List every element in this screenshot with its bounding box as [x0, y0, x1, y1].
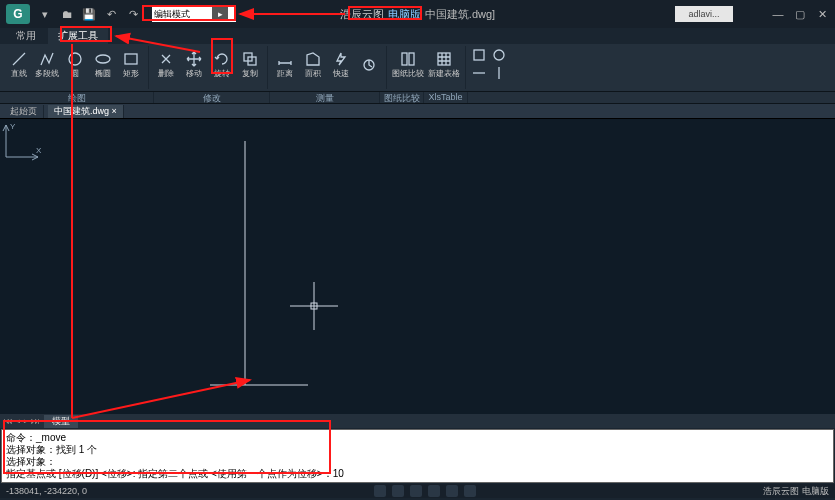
line-button[interactable]: 直线	[6, 46, 32, 84]
rotate-button[interactable]: 旋转	[209, 46, 235, 84]
snap-toggle[interactable]	[374, 485, 386, 497]
close-icon[interactable]: ✕	[815, 7, 829, 21]
status-center	[374, 485, 476, 497]
qat-menu-icon[interactable]: ▾	[38, 7, 52, 21]
cmd-line-4: 指定基点或 [位移(D)] <位移>: 指定第二个点或 <使用第一个点作为位移>…	[6, 468, 829, 480]
restore-icon[interactable]: ▢	[793, 7, 807, 21]
tab-common[interactable]: 常用	[6, 28, 46, 44]
undo-icon[interactable]: ↶	[104, 7, 118, 21]
circle-label: 圆	[71, 68, 79, 79]
misc-btn-1[interactable]	[470, 46, 488, 64]
title-bar: G ▾ 🖿 💾 ↶ ↷ ▸ 浩辰云图 电脑版 中国建筑.dwg] adlavi.…	[0, 0, 835, 28]
redo-icon[interactable]: ↷	[126, 7, 140, 21]
command-window[interactable]: 命令：_move 选择对象：找到 1 个 选择对象： 指定基点或 [位移(D)]…	[1, 429, 834, 483]
line-label: 直线	[11, 68, 27, 79]
layout-nav[interactable]: ⏮ ◀ ▶ ⏭	[4, 416, 40, 426]
quick-label: 快速	[333, 68, 349, 79]
svg-rect-7	[409, 53, 414, 65]
lbl-measure: 测量	[270, 92, 380, 103]
mode-search-input[interactable]	[152, 8, 212, 20]
newtable-button[interactable]: 新建表格	[427, 46, 461, 84]
newtable-label: 新建表格	[428, 68, 460, 79]
model-tab[interactable]: 模型	[44, 415, 78, 428]
lbl-modify: 修改	[154, 92, 270, 103]
misc-btn-3[interactable]	[470, 64, 488, 82]
rotate-label: 旋转	[214, 68, 230, 79]
circle-button[interactable]: 圆	[62, 46, 88, 84]
layout-tabs: ⏮ ◀ ▶ ⏭ 模型	[0, 414, 835, 428]
distance-label: 距离	[277, 68, 293, 79]
measure-misc1[interactable]	[356, 46, 382, 84]
misc-btn-4[interactable]	[490, 64, 508, 82]
ribbon-tabs: 常用 扩展工具	[0, 28, 835, 44]
group-tables: 图纸比较 新建表格	[391, 46, 466, 89]
svg-point-0	[69, 53, 81, 65]
minimize-icon[interactable]: —	[771, 7, 785, 21]
user-badge[interactable]: adlavi...	[675, 6, 733, 22]
polyline-label: 多段线	[35, 68, 59, 79]
distance-button[interactable]: 距离	[272, 46, 298, 84]
ortho-toggle[interactable]	[410, 485, 422, 497]
copy-button[interactable]: 复制	[237, 46, 263, 84]
ellipse-label: 椭圆	[95, 68, 111, 79]
svg-rect-9	[474, 50, 484, 60]
status-right: 浩辰云图 电脑版	[763, 485, 829, 498]
misc-btn-2[interactable]	[490, 46, 508, 64]
otrack-toggle[interactable]	[464, 485, 476, 497]
document-tabs: 起始页 中国建筑.dwg ×	[0, 104, 835, 118]
edition-text: 电脑版	[388, 7, 421, 22]
open-icon[interactable]: 🖿	[60, 7, 74, 21]
polar-toggle[interactable]	[428, 485, 440, 497]
group-measure: 距离 面积 快速	[272, 46, 387, 89]
search-go-icon[interactable]: ▸	[212, 7, 228, 21]
brand-text: 浩辰云图	[340, 7, 384, 22]
move-button[interactable]: 移动	[181, 46, 207, 84]
rect-label: 矩形	[123, 68, 139, 79]
ribbon-group-labels: 绘图 修改 测量 图纸比较 XlsTable	[0, 92, 835, 104]
doctab-file-label: 中国建筑.dwg	[54, 106, 109, 116]
polyline-button[interactable]: 多段线	[34, 46, 60, 84]
lbl-draw: 绘图	[0, 92, 154, 103]
ucs-icon: Y X	[0, 119, 44, 163]
svg-point-10	[494, 50, 504, 60]
rect-button[interactable]: 矩形	[118, 46, 144, 84]
ribbon: 直线 多段线 圆 椭圆 矩形 删除 移动 旋转 复制 距离 面积 快速 图纸比较…	[0, 44, 835, 92]
svg-rect-6	[402, 53, 407, 65]
svg-rect-8	[438, 53, 450, 65]
osnap-toggle[interactable]	[446, 485, 458, 497]
quick-button[interactable]: 快速	[328, 46, 354, 84]
compare-button[interactable]: 图纸比较	[391, 46, 425, 84]
drawing-canvas[interactable]: Y X	[0, 118, 835, 414]
app-logo: G	[6, 4, 30, 24]
doctab-close-icon[interactable]: ×	[112, 106, 117, 116]
copy-label: 复制	[242, 68, 258, 79]
cmd-line-3: 选择对象：	[6, 456, 829, 468]
coord-readout: -138041, -234220, 0	[6, 486, 87, 496]
cmd-line-2: 选择对象：找到 1 个	[6, 444, 829, 456]
move-label: 移动	[186, 68, 202, 79]
svg-text:Y: Y	[10, 122, 16, 131]
quick-access-toolbar: ▾ 🖿 💾 ↶ ↷	[38, 7, 140, 21]
save-icon[interactable]: 💾	[82, 7, 96, 21]
ellipse-button[interactable]: 椭圆	[90, 46, 116, 84]
compare-label: 图纸比较	[392, 68, 424, 79]
svg-rect-2	[125, 54, 137, 64]
svg-text:X: X	[36, 146, 42, 155]
erase-button[interactable]: 删除	[153, 46, 179, 84]
tab-extended-tools[interactable]: 扩展工具	[48, 28, 108, 44]
status-bar: -138041, -234220, 0 浩辰云图 电脑版	[0, 484, 835, 498]
doctab-start[interactable]: 起始页	[4, 105, 44, 118]
window-controls: adlavi... — ▢ ✕	[675, 6, 829, 22]
cmd-line-1: 命令：_move	[6, 432, 829, 444]
erase-label: 删除	[158, 68, 174, 79]
group-draw: 直线 多段线 圆 椭圆 矩形	[6, 46, 149, 89]
lbl-compare: 图纸比较	[380, 92, 424, 103]
doctab-file[interactable]: 中国建筑.dwg ×	[48, 105, 124, 118]
lbl-xlstable: XlsTable	[424, 92, 468, 103]
group-modify: 删除 移动 旋转 复制	[153, 46, 268, 89]
grid-toggle[interactable]	[392, 485, 404, 497]
area-button[interactable]: 面积	[300, 46, 326, 84]
area-label: 面积	[305, 68, 321, 79]
mode-search[interactable]: ▸	[152, 6, 236, 22]
doc-name: 中国建筑.dwg]	[425, 7, 495, 22]
